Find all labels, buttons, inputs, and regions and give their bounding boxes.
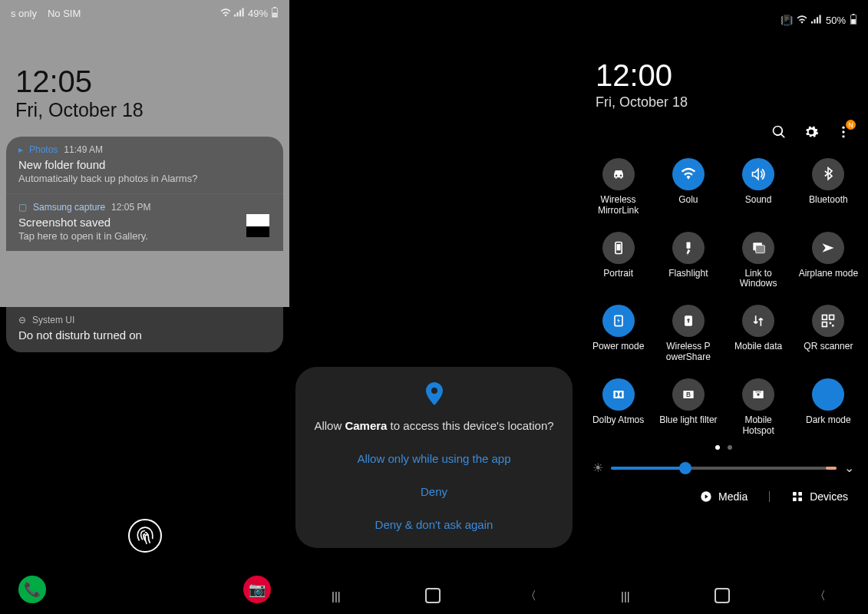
sound-icon bbox=[742, 158, 774, 190]
notif-title: New folder found bbox=[18, 158, 271, 171]
nav-home[interactable] bbox=[425, 588, 441, 603]
dark-icon bbox=[812, 378, 844, 411]
svg-point-7 bbox=[842, 130, 844, 133]
toggle-label: Power mode bbox=[592, 342, 644, 352]
deny-button[interactable]: Deny bbox=[309, 485, 559, 498]
wifi-icon bbox=[220, 8, 231, 19]
notif-app-icon: ⊖ bbox=[18, 315, 26, 325]
devices-button[interactable]: Devices bbox=[791, 490, 848, 503]
toggle-mobile-data[interactable]: Mobile data bbox=[724, 305, 794, 363]
toggle-wifi[interactable]: Golu bbox=[653, 158, 723, 216]
notif-body: Tap here to open it in Gallery. bbox=[18, 230, 271, 242]
dolby-icon bbox=[602, 378, 635, 411]
toggle-flashlight[interactable]: Flashlight bbox=[653, 232, 723, 290]
svg-rect-10 bbox=[616, 244, 620, 250]
nav-recents[interactable]: ||| bbox=[332, 589, 341, 602]
deny-dont-ask-button[interactable]: Deny & don't ask again bbox=[309, 518, 559, 531]
search-icon[interactable] bbox=[771, 124, 787, 143]
wifi-icon bbox=[797, 15, 807, 26]
permission-message: Allow Camera to access this device's loc… bbox=[309, 419, 559, 432]
nav-back[interactable]: 〈 bbox=[525, 589, 536, 603]
notif-body: Automatically back up photos in Alarms? bbox=[18, 173, 271, 184]
notification-screenshot[interactable]: ⌄ ▢ Samsung capture 12:05 PM Screenshot … bbox=[6, 193, 283, 251]
toggle-hotspot[interactable]: Mobile Hotspot bbox=[724, 378, 794, 437]
svg-rect-17 bbox=[830, 315, 834, 320]
camera-app-icon[interactable]: 📷 bbox=[243, 576, 271, 603]
wifi-icon bbox=[672, 158, 705, 190]
toggle-wireless-mirrorlink[interactable]: Wireless MirrorLink bbox=[583, 158, 653, 216]
svg-rect-16 bbox=[823, 315, 827, 320]
toggle-label: Wireless MirrorLink bbox=[589, 195, 649, 216]
permission-panel: Allow Camera to access this device's loc… bbox=[289, 0, 579, 614]
notif-title: Screenshot saved bbox=[18, 216, 271, 229]
svg-rect-20 bbox=[832, 325, 834, 327]
phone-app-icon[interactable]: 📞 bbox=[18, 576, 46, 603]
nav-home[interactable] bbox=[715, 588, 730, 603]
svg-rect-19 bbox=[830, 322, 832, 325]
air-icon bbox=[812, 232, 844, 264]
screenshot-thumb[interactable] bbox=[246, 214, 269, 237]
toggle-label: Dolby Atmos bbox=[592, 415, 644, 426]
toggle-portrait[interactable]: Portrait bbox=[583, 232, 653, 290]
bt-icon bbox=[812, 158, 844, 190]
toggle-label: Blue light filter bbox=[659, 415, 717, 426]
status-bar: s only No SIM 49% bbox=[0, 0, 289, 26]
toggle-bluelight[interactable]: BBlue light filter bbox=[653, 378, 723, 437]
data-icon bbox=[742, 305, 774, 337]
notification-photos[interactable]: ⌄ ▸ Photos 11:49 AM New folder found Aut… bbox=[6, 137, 283, 193]
qr-icon bbox=[812, 305, 844, 337]
battery-icon bbox=[850, 14, 857, 27]
notif-app-icon: ▢ bbox=[18, 202, 27, 213]
location-icon bbox=[309, 382, 559, 408]
nav-bar: ||| 〈 bbox=[579, 582, 868, 609]
brightness-icon: ☀ bbox=[592, 460, 603, 475]
toggle-label: Link to Windows bbox=[728, 269, 788, 290]
toggle-label: Portrait bbox=[603, 269, 633, 279]
toggle-label: Airplane mode bbox=[799, 269, 858, 279]
toggle-label: QR scanner bbox=[804, 342, 853, 352]
notif-time: 11:49 AM bbox=[64, 144, 103, 155]
power-icon bbox=[602, 305, 635, 337]
svg-rect-5 bbox=[851, 19, 856, 24]
toggle-label: Dark mode bbox=[806, 415, 851, 426]
fingerprint-icon[interactable] bbox=[128, 519, 162, 553]
toggle-label: Sound bbox=[745, 195, 772, 206]
nav-recents[interactable]: ||| bbox=[621, 589, 630, 602]
hotspot-icon bbox=[742, 378, 774, 411]
svg-rect-30 bbox=[799, 498, 803, 502]
permission-dialog: Allow Camera to access this device's loc… bbox=[295, 367, 573, 548]
toggle-powerShare[interactable]: Wireless P owerShare bbox=[653, 305, 723, 363]
clock-date: Fri, October 18 bbox=[15, 99, 274, 121]
svg-rect-28 bbox=[799, 492, 803, 496]
svg-rect-21 bbox=[613, 391, 623, 398]
nav-bar: ||| 〈 bbox=[289, 582, 579, 609]
gear-icon[interactable] bbox=[804, 124, 819, 143]
toggle-sound[interactable]: Sound bbox=[724, 158, 794, 216]
clock-time: 12:00 bbox=[596, 58, 868, 93]
status-sim: No SIM bbox=[48, 8, 81, 19]
toggle-label: Mobile data bbox=[734, 342, 782, 352]
toggle-airplane[interactable]: Airplane mode bbox=[794, 232, 863, 290]
media-button[interactable]: Media bbox=[700, 490, 748, 503]
flash-icon bbox=[672, 232, 705, 264]
chevron-down-icon[interactable]: ⌄ bbox=[271, 8, 279, 18]
toggle-label: Flashlight bbox=[668, 269, 708, 279]
more-icon[interactable]: N bbox=[836, 124, 851, 143]
toggle-dolby[interactable]: Dolby Atmos bbox=[583, 378, 653, 437]
brightness-slider[interactable] bbox=[611, 467, 837, 470]
notification-dnd[interactable]: ⌄ ⊖ System UI Do not disturb turned on bbox=[6, 307, 283, 352]
svg-rect-11 bbox=[686, 242, 690, 248]
toggle-link-windows[interactable]: Link to Windows bbox=[724, 232, 794, 290]
toggle-power-mode[interactable]: Power mode bbox=[583, 305, 653, 363]
chevron-down-icon[interactable]: ⌄ bbox=[844, 460, 854, 475]
toggle-dark[interactable]: Dark mode bbox=[794, 378, 863, 437]
nav-back[interactable]: 〈 bbox=[814, 589, 826, 603]
toggle-bluetooth[interactable]: Bluetooth bbox=[794, 158, 863, 216]
notif-app-name: Samsung capture bbox=[33, 202, 105, 213]
quick-settings-panel: 📳 50% 12:00 Fri, October 18 N Wireless bbox=[579, 0, 868, 614]
status-bar: 📳 50% bbox=[579, 0, 868, 35]
link-icon bbox=[742, 232, 774, 264]
svg-rect-27 bbox=[793, 492, 797, 496]
allow-while-using-button[interactable]: Allow only while using the app bbox=[309, 452, 559, 465]
toggle-qr[interactable]: QR scanner bbox=[794, 305, 863, 363]
